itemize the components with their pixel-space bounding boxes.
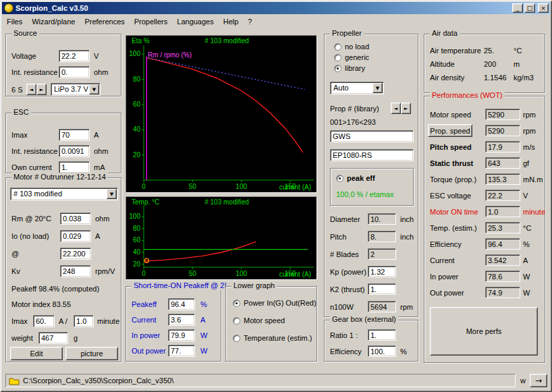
k2-input[interactable] (368, 283, 396, 295)
menu-bar: Files Wizard/plane Preferences Propeller… (2, 15, 550, 28)
more-perfs-button[interactable]: More perfs (430, 307, 538, 356)
voltage-input[interactable] (59, 50, 90, 62)
motor-select[interactable]: # 103 modified ▼ (10, 188, 118, 200)
lower-graph-option-power[interactable]: Power In(G) Out(Red) (233, 299, 316, 307)
menu-help[interactable]: Help (219, 16, 244, 27)
maximize-button[interactable]: □ (524, 3, 535, 13)
air-data-group: Air data Air temperature 25. °C Altitude… (424, 34, 545, 93)
lower-graph-option-temperature[interactable]: Temperature (estim.) (233, 334, 312, 342)
esc-own-current-unit: mA (94, 163, 105, 171)
close-button[interactable]: × (538, 3, 549, 13)
title-bar[interactable]: Scorpion_Calc v3.50 _ □ × (2, 2, 550, 14)
at-voltage-input[interactable] (60, 248, 91, 260)
dropdown-arrow-icon[interactable]: ▼ (89, 84, 99, 94)
edit-button[interactable]: Edit (10, 347, 63, 360)
menu-question[interactable]: ? (243, 16, 256, 27)
kv-unit: rpm/V (95, 267, 115, 275)
prop-brand-input[interactable] (330, 130, 414, 142)
menu-files[interactable]: Files (2, 16, 27, 27)
battery-type-select[interactable]: LiPo 3.7 V ▼ (51, 83, 101, 96)
motor-imax-input[interactable] (33, 315, 55, 327)
svg-text:current (A): current (A) (279, 184, 311, 191)
st-peakeff-label: Peakeff (132, 300, 157, 308)
propeller-option-generic[interactable]: generic (334, 53, 369, 61)
weight-input[interactable] (38, 332, 68, 344)
gear-ratio-input[interactable] (368, 329, 396, 341)
rm-input[interactable] (60, 213, 91, 225)
air-data-group-title: Air data (430, 29, 460, 38)
short-time-group-title: Short-time-ON Peakeff @ 2! (132, 281, 229, 290)
diameter-unit: inch (400, 215, 414, 223)
menu-preferences[interactable]: Preferences (80, 16, 129, 27)
rm-unit: ohm (95, 215, 109, 223)
svg-text:20: 20 (133, 260, 141, 268)
cell-count-down-button[interactable]: ◄ (26, 84, 36, 95)
esc-imax-input[interactable] (59, 129, 90, 141)
perf-static-thrust-value (485, 157, 520, 169)
motor-imax-time-unit: minute (97, 317, 119, 325)
menu-wizard-plane[interactable]: Wizard/plane (27, 16, 80, 27)
picture-button[interactable]: picture (65, 347, 118, 360)
n100w-unit: rpm (400, 303, 413, 311)
esc-own-current-input[interactable] (59, 161, 90, 173)
cell-count-up-button[interactable]: ► (36, 84, 47, 95)
svg-text:60: 60 (133, 101, 141, 108)
perf-in-power-label: In power (430, 273, 458, 281)
lower-graph-option-power-label: Power In(G) Out(Red) (244, 299, 316, 307)
propeller-option-no-load[interactable]: no load (334, 43, 369, 51)
gear-efficiency-input[interactable] (368, 345, 396, 357)
k2-label: K2 (thrust) (330, 285, 364, 293)
minimize-button[interactable]: _ (512, 3, 523, 13)
w-label: w (520, 376, 526, 385)
propeller-group-title: Propeller (330, 29, 364, 38)
gearbox-group-title: Gear box (external) (330, 315, 398, 324)
propeller-option-library[interactable]: library (334, 64, 365, 72)
perf-temp-estim-label: Temp. (estim.) (430, 224, 477, 232)
svg-text:Temp. °C: Temp. °C (132, 198, 159, 206)
performance-group: Performances (WOT) Motor speed rpm Prop.… (424, 96, 545, 363)
radio-icon (233, 317, 240, 325)
prop-index-text: 001>176<293 (330, 118, 376, 126)
perf-motor-speed-unit: rpm (523, 111, 536, 119)
next-arrow-button[interactable]: → (530, 374, 547, 387)
io-input[interactable] (60, 230, 91, 242)
svg-text:100: 100 (129, 50, 140, 57)
peak-eff-box: peak eff 100,0 % / etamax (330, 168, 414, 206)
air-density-unit: kg/m3 (514, 74, 534, 82)
propeller-mode-select[interactable]: Auto ▼ (330, 82, 384, 94)
kp-input[interactable] (368, 266, 396, 277)
rm-label: Rm @ 20°C (11, 215, 51, 223)
temp-chart: 20406080100050100150# 103 modifiedTemp. … (126, 197, 316, 279)
dropdown-arrow-icon[interactable]: ▼ (372, 83, 383, 93)
prop-prev-button[interactable]: ◄ (391, 103, 401, 114)
perf-out-power-label: Out power (430, 289, 464, 297)
source-group-title: Source (11, 29, 39, 38)
kv-input[interactable] (60, 265, 91, 277)
perf-esc-voltage-value (485, 190, 520, 201)
esc-int-resistance-input[interactable] (59, 145, 90, 157)
etamax-text: 100,0 % / etamax (336, 190, 394, 198)
peak-eff-option[interactable]: peak eff (336, 174, 375, 182)
blades-label: # Blades (330, 250, 359, 258)
working-path: C:\Scorpion_Calc_v350\Scorpion_Calc_v350… (23, 376, 173, 385)
perf-temp-estim-unit: °C (523, 224, 531, 232)
lower-graph-option-motor-speed[interactable]: Motor speed (233, 316, 285, 325)
prop-model-input[interactable] (330, 149, 414, 161)
menu-languages[interactable]: Languages (172, 16, 218, 27)
motor-imax-time-input[interactable] (74, 315, 94, 327)
svg-text:50: 50 (189, 270, 197, 277)
propeller-option-no-load-label: no load (345, 43, 369, 51)
perf-torque-value (485, 173, 520, 185)
svg-text:50: 50 (189, 183, 197, 190)
source-int-resistance-input[interactable] (59, 66, 90, 78)
svg-text:Rm / rpmo (%): Rm / rpmo (%) (148, 51, 192, 59)
dropdown-arrow-icon[interactable]: ▼ (107, 189, 117, 199)
perf-prop-speed-value (485, 125, 520, 136)
prop-speed-button[interactable]: Prop. speed (428, 124, 472, 137)
folder-icon (9, 376, 20, 385)
perf-current-unit: A (523, 256, 528, 264)
prop-next-button[interactable]: ► (401, 103, 411, 114)
menu-propellers[interactable]: Propellers (130, 16, 173, 27)
perf-out-power-value (485, 287, 520, 298)
svg-text:100: 100 (236, 183, 247, 190)
